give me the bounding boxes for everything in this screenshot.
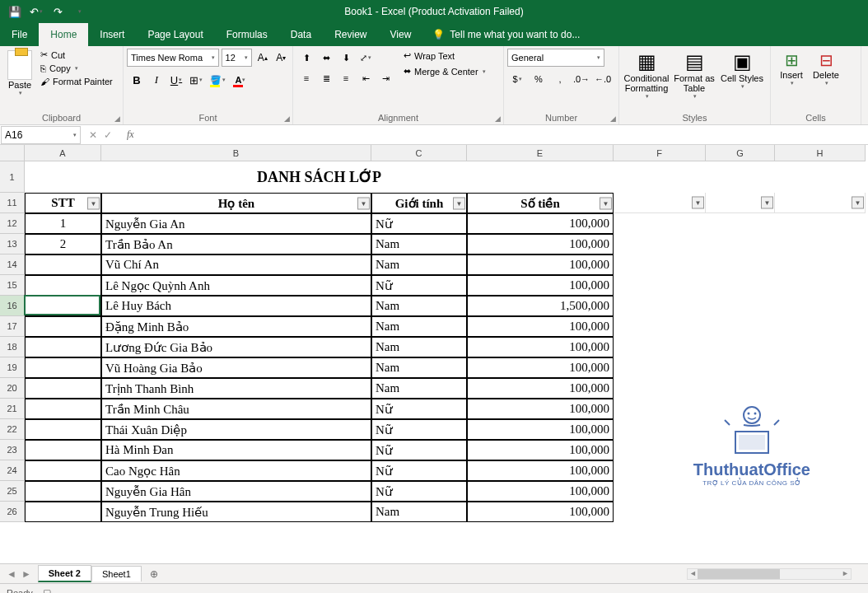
add-sheet-button[interactable]: ⊕ bbox=[142, 568, 166, 580]
row-header-15[interactable]: 15 bbox=[0, 275, 25, 296]
row-header-21[interactable]: 21 bbox=[0, 399, 25, 419]
merge-center-button[interactable]: ⬌Merge & Center▾ bbox=[400, 64, 489, 78]
column-header-F[interactable]: F bbox=[614, 145, 706, 161]
row-header-13[interactable]: 13 bbox=[0, 234, 25, 254]
cell-F11[interactable]: ▼ bbox=[614, 193, 706, 213]
font-dialog-icon[interactable]: ◢ bbox=[284, 114, 290, 123]
row-header-1[interactable]: 1 bbox=[0, 161, 25, 193]
tab-view[interactable]: View bbox=[379, 23, 423, 46]
cut-button[interactable]: ✂Cut bbox=[39, 49, 114, 61]
cell-C11[interactable]: Giới tính▼ bbox=[371, 193, 467, 213]
row-header-20[interactable]: 20 bbox=[0, 378, 25, 399]
increase-font-icon[interactable]: A▴ bbox=[254, 49, 271, 67]
row-header-14[interactable]: 14 bbox=[0, 254, 25, 275]
number-format-combo[interactable]: General▾ bbox=[507, 49, 604, 67]
enter-formula-icon[interactable]: ✓ bbox=[104, 129, 112, 141]
cancel-formula-icon[interactable]: ✕ bbox=[89, 129, 97, 141]
column-header-B[interactable]: B bbox=[101, 145, 371, 161]
copy-button[interactable]: ⎘Copy▾ bbox=[39, 63, 114, 74]
alignment-dialog-icon[interactable]: ◢ bbox=[495, 114, 501, 123]
cell-A13[interactable]: 2 bbox=[25, 234, 101, 254]
fx-icon[interactable]: fx bbox=[120, 128, 141, 141]
decrease-indent-icon[interactable]: ⇤ bbox=[356, 69, 376, 87]
name-box[interactable]: A16▾ bbox=[1, 126, 81, 144]
cell-G11[interactable]: ▼ bbox=[706, 193, 775, 213]
column-header-A[interactable]: A bbox=[25, 145, 101, 161]
cell-E14[interactable]: 100,000 bbox=[467, 254, 614, 275]
table-title[interactable]: DANH SÁCH LỚP bbox=[25, 161, 614, 193]
align-center-icon[interactable]: ≣ bbox=[316, 69, 336, 87]
filter-dropdown-icon[interactable]: ▼ bbox=[852, 197, 864, 209]
tell-me-search[interactable]: 💡 Tell me what you want to do... bbox=[422, 23, 580, 46]
cell-B21[interactable]: Trần Minh Châu bbox=[101, 399, 371, 419]
cell-A24[interactable] bbox=[25, 460, 101, 481]
cell-E18[interactable]: 100,000 bbox=[467, 337, 614, 357]
cell-C20[interactable]: Nam bbox=[371, 378, 467, 399]
wrap-text-button[interactable]: ↩Wrap Text bbox=[400, 49, 489, 63]
cell-A25[interactable] bbox=[25, 481, 101, 502]
cell-B20[interactable]: Trịnh Thanh Bình bbox=[101, 378, 371, 399]
cell-E22[interactable]: 100,000 bbox=[467, 419, 614, 440]
cell-C14[interactable]: Nam bbox=[371, 254, 467, 275]
decrease-font-icon[interactable]: A▾ bbox=[273, 49, 289, 67]
row-header-25[interactable]: 25 bbox=[0, 481, 25, 502]
cell-C17[interactable]: Nam bbox=[371, 316, 467, 337]
column-header-H[interactable]: H bbox=[775, 145, 866, 161]
cell-C25[interactable]: Nữ bbox=[371, 481, 467, 502]
border-button[interactable]: ⊞▾ bbox=[186, 70, 206, 90]
cell-B12[interactable]: Nguyễn Gia An bbox=[101, 213, 371, 234]
cell-A26[interactable] bbox=[25, 502, 101, 522]
cell-A14[interactable] bbox=[25, 254, 101, 275]
cell-B15[interactable]: Lê Ngọc Quỳnh Anh bbox=[101, 275, 371, 296]
macro-record-icon[interactable]: ▢ bbox=[43, 587, 51, 593]
cell-C18[interactable]: Nam bbox=[371, 337, 467, 357]
cell-C24[interactable]: Nữ bbox=[371, 460, 467, 481]
cell-A17[interactable] bbox=[25, 316, 101, 337]
cell-E17[interactable]: 100,000 bbox=[467, 316, 614, 337]
tab-file[interactable]: File bbox=[0, 23, 39, 46]
cell-E16[interactable]: 1,500,000 bbox=[467, 296, 614, 316]
align-top-icon[interactable]: ⬆ bbox=[296, 49, 316, 67]
cell-A11[interactable]: STT▼ bbox=[25, 193, 101, 213]
row-header-11[interactable]: 11 bbox=[0, 193, 25, 213]
fill-color-button[interactable]: 🪣▾ bbox=[206, 70, 229, 90]
tab-review[interactable]: Review bbox=[323, 23, 378, 46]
filter-dropdown-icon[interactable]: ▼ bbox=[761, 197, 773, 209]
orientation-icon[interactable]: ⤢▾ bbox=[356, 49, 376, 67]
row-header-24[interactable]: 24 bbox=[0, 460, 25, 481]
cell-B26[interactable] bbox=[101, 502, 371, 522]
cell-E21[interactable]: 100,000 bbox=[467, 399, 614, 419]
cell-A16[interactable] bbox=[25, 296, 101, 316]
cell-A12[interactable]: 1 bbox=[25, 213, 101, 234]
clipboard-dialog-icon[interactable]: ◢ bbox=[114, 114, 120, 123]
format-painter-button[interactable]: 🖌Format Painter bbox=[39, 76, 114, 87]
cell-E11[interactable]: Số tiền▼ bbox=[467, 193, 614, 213]
cell-B23[interactable]: Hà Minh Đan bbox=[101, 440, 371, 460]
formula-input[interactable] bbox=[141, 126, 868, 144]
sheet-nav-prev-icon[interactable]: ◄ bbox=[7, 568, 16, 580]
font-size-combo[interactable]: 12▾ bbox=[222, 49, 252, 67]
tab-home[interactable]: Home bbox=[39, 23, 88, 46]
italic-button[interactable]: I bbox=[147, 70, 166, 90]
worksheet-grid[interactable]: ABCEFGH 11112131415161718192021222324252… bbox=[0, 145, 868, 563]
cell-A21[interactable] bbox=[25, 399, 101, 419]
cell-E20[interactable]: 100,000 bbox=[467, 378, 614, 399]
cell-styles-button[interactable]: ▣ Cell Styles▾ bbox=[718, 49, 766, 111]
cell-A18[interactable] bbox=[25, 337, 101, 357]
tab-page-layout[interactable]: Page Layout bbox=[136, 23, 214, 46]
cell-A22[interactable] bbox=[25, 419, 101, 440]
column-header-C[interactable]: C bbox=[371, 145, 467, 161]
cell-A20[interactable] bbox=[25, 378, 101, 399]
delete-cells-button[interactable]: ⊟ Delete▾ bbox=[809, 49, 843, 111]
cell-B17[interactable]: Đặng Minh Bảo bbox=[101, 316, 371, 337]
insert-cells-button[interactable]: ⊞ Insert▾ bbox=[774, 49, 809, 111]
cell-B22[interactable]: Thái Xuân Diệp bbox=[101, 419, 371, 440]
cell-E15[interactable]: 100,000 bbox=[467, 275, 614, 296]
cell-B25[interactable]: Nguyễn Gia Hân bbox=[101, 481, 371, 502]
cell-E19[interactable]: 100,000 bbox=[467, 357, 614, 378]
cell-C23[interactable]: Nữ bbox=[371, 440, 467, 460]
cell-B14[interactable]: Vũ Chí An bbox=[101, 254, 371, 275]
qat-customize-icon[interactable]: ▾ bbox=[69, 2, 89, 21]
increase-decimal-icon[interactable]: .0→ bbox=[572, 70, 591, 88]
accounting-format-icon[interactable]: $▾ bbox=[507, 70, 527, 88]
